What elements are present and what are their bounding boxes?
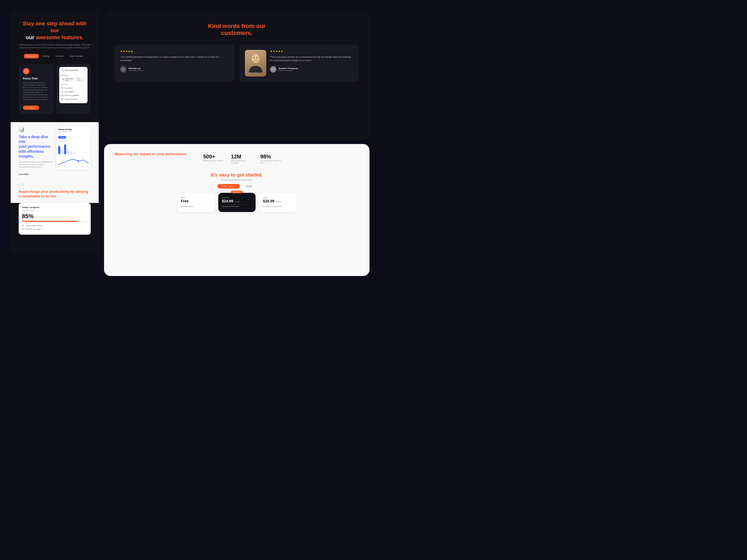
- stat-number-2: 12M: [231, 154, 252, 160]
- new-event-icon: ◯: [61, 87, 63, 89]
- new-meeting-icon: ◯: [61, 91, 63, 93]
- weekly-activity-chart: Weekly Activity 100% completion rate 32 …: [56, 126, 91, 169]
- testimonial-author-1: A Michael Lee Sales Representative: [120, 66, 229, 73]
- stat-label-1: Efficient Schedules Created: [203, 160, 223, 162]
- focus-card-title: Focus Time: [23, 77, 49, 80]
- new-feature-badge: new feature: [77, 78, 84, 81]
- yearly-toggle[interactable]: Yearly Save 20%: [217, 184, 240, 189]
- bar-4: [67, 149, 69, 154]
- premium-price: $24.99 / month: [222, 199, 252, 203]
- author-info-2: Jennifer Thompson Marketing Manager: [279, 67, 298, 71]
- impact-plain: Measuring our impact on your: [115, 152, 164, 156]
- new-event-item[interactable]: ◯ New event: [61, 86, 85, 90]
- progress-pct: 85%: [22, 213, 87, 220]
- pricing-accent: get started.: [237, 172, 263, 178]
- bar-3: [64, 144, 66, 154]
- pricing-basic: Basic Free Unlimited Projects: [177, 193, 214, 212]
- modal-header: 🔍 Find focus time | ✕: [61, 69, 85, 73]
- stat-number-3: 98%: [260, 154, 282, 160]
- testimonials-cards: ★★★★★ "The meeting attendance tracking f…: [115, 45, 359, 82]
- features-title-accent: awesome features.: [36, 34, 83, 40]
- pricing-plain: It's easy to: [211, 172, 235, 178]
- performance-heading: Take a deep dive into your performance w…: [19, 134, 53, 159]
- new-meeting-text: New meeting: [65, 91, 74, 92]
- premium-period: / month: [234, 201, 240, 203]
- testimonial-author-2: G Jennifer Thompson Marketing Manager: [270, 66, 354, 73]
- svg-point-4: [257, 57, 258, 58]
- premium-feature-1: Everything in Basic Plan: [222, 204, 252, 208]
- progress-item-1: Gather website redesig...: [22, 224, 87, 227]
- create-focus-item[interactable]: ◯ Create focus time: [61, 97, 85, 101]
- find-focus-card: 🔍 Find focus time | ✕ Commands 🔍 Find fo…: [56, 64, 91, 114]
- learn-more-label: Learn More: [26, 107, 34, 109]
- stat-2: 12M Tasks Organized and Completed: [231, 154, 252, 164]
- bar-5: [70, 151, 72, 154]
- learn-more-button[interactable]: Learn More →: [23, 106, 39, 110]
- testimonial-text-2: "This productivity calendar has revoluti…: [270, 55, 354, 62]
- testimonials-accent: customers.: [221, 30, 252, 36]
- new-event-text: New event: [65, 87, 72, 89]
- testimonial-text-1: "The meeting attendance tracking feature…: [120, 55, 229, 62]
- progress-item-text-2: Make the logo bigger **: [26, 228, 42, 230]
- stat-3: 98% Exceptional User Satisfaction Rate: [260, 154, 282, 164]
- tab-focus-time[interactable]: Focus Time: [24, 54, 39, 58]
- modal-search-text: Find focus time |: [65, 69, 79, 71]
- find-focus-item[interactable]: 🔍 Find focus time new feature: [61, 77, 85, 82]
- new-meeting-item[interactable]: ◯ New meeting: [61, 90, 85, 94]
- chart-x-labels: MarAprMayJunJulAug: [58, 166, 88, 167]
- svg-point-2: [252, 54, 259, 62]
- progress-subtitle: 70% Tasks done: [22, 210, 87, 211]
- svg-point-0: [78, 160, 79, 162]
- tasks-badge: 32 Tasks: [58, 136, 66, 139]
- author-avatar-1: A: [120, 66, 126, 73]
- performance-learn-more[interactable]: Learn More →: [19, 174, 32, 175]
- author-name-2: Jennifer Thompson: [279, 67, 298, 70]
- team-price-value: $28.99: [263, 199, 275, 203]
- features-section: Stay one step ahead with our our awesome…: [11, 9, 99, 122]
- premium-tier: Premium: [222, 196, 252, 198]
- features-subtitle: Supercharge your ventures with Chronify'…: [19, 44, 91, 49]
- performance-cta-label: Learn More: [19, 174, 29, 175]
- progress-dot-2: [22, 228, 24, 230]
- testimonial-card-2: ★★★★★ "This productivity calendar has re…: [239, 45, 359, 82]
- performance-section: 📊 Take a deep dive into your performance…: [11, 122, 99, 179]
- impact-text: Measuring our impact on your performance…: [115, 152, 192, 157]
- impact-accent: performance.: [165, 152, 187, 156]
- team-price: $28.99 / month: [263, 199, 293, 203]
- progress-item-2: Make the logo bigger **: [22, 228, 87, 230]
- progress-bar-bg: [22, 221, 87, 222]
- pricing-heading: It's easy to get started.: [115, 172, 359, 178]
- share-avail-icon: ◯: [61, 95, 63, 97]
- performance-text: 📊 Take a deep dive into your performance…: [19, 126, 53, 176]
- create-focus-text: Create focus time: [65, 99, 77, 100]
- monthly-toggle[interactable]: Monthly: [242, 184, 256, 189]
- supercharge-accent: remarkable to-do list.: [22, 194, 56, 198]
- chart-subtitle: 100% completion rate: [58, 131, 88, 133]
- premium-price-value: $24.99: [222, 199, 233, 203]
- focus-card-desc: Boost your productivity with our Focus T…: [23, 82, 49, 101]
- chart-title: Weekly Activity: [58, 129, 88, 130]
- progress-item-text-1: Gather website redesig...: [26, 225, 44, 226]
- basic-feature-1: Unlimited Projects: [181, 204, 211, 208]
- testimonial-content-2: ★★★★★ "This productivity calendar has re…: [270, 50, 354, 77]
- modal-close-icon[interactable]: ✕: [83, 69, 85, 72]
- shortcuts-label: Shortcuts: [61, 83, 85, 85]
- left-panel: Stay one step ahead with our our awesome…: [11, 9, 99, 255]
- performance-desc: Gain valuable insights into your product…: [19, 161, 53, 168]
- author-info-1: Michael Lee Sales Representative: [129, 67, 144, 71]
- features-title: Stay one step ahead with our our awesome…: [19, 20, 91, 41]
- tasks-sublabel: Completed today: [58, 140, 88, 142]
- tasks-count: 32 Tasks: [59, 136, 65, 138]
- progress-title: Today's progress: [22, 206, 87, 209]
- share-availability-item[interactable]: ◯ Share my availability: [61, 94, 85, 97]
- tab-meeting[interactable]: Meeting: [40, 54, 52, 58]
- pricing-toggle: Yearly Save 20% Monthly: [115, 184, 359, 189]
- pricing-premium: Most popular Premium $24.99 / month Ever…: [218, 193, 256, 212]
- author-photo: [245, 50, 266, 77]
- yearly-label: Yearly: [221, 185, 226, 187]
- stat-number-1: 500+: [203, 154, 223, 160]
- tab-share-calendar[interactable]: Share Calendar: [67, 54, 86, 58]
- line-chart: [58, 155, 88, 166]
- tabs-row: Focus Time Meeting Schedule Share Calend…: [19, 54, 91, 58]
- tab-schedule[interactable]: Schedule: [53, 54, 66, 58]
